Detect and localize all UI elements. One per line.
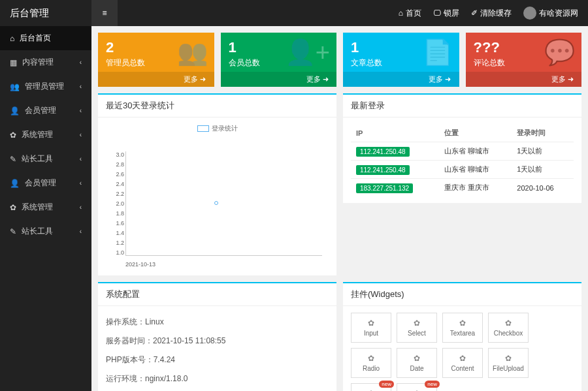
stat-more-link[interactable]: 更多 ➜ — [466, 72, 582, 87]
login-table: IP 位置 登录时间 112.241.250.48山东省 聊城市1天以前112.… — [351, 124, 574, 196]
avatar-icon — [523, 7, 536, 20]
stat-box-1: 1会员总数👤+更多 ➜ — [221, 33, 337, 87]
sidebar-item-3[interactable]: 👤会员管理‹ — [0, 99, 91, 123]
stats-row: 2管理员总数👥更多 ➜1会员总数👤+更多 ➜1文章总数📄更多 ➜???评论总数💬… — [98, 33, 581, 87]
stat-more-link[interactable]: 更多 ➜ — [98, 72, 214, 87]
brush-icon: ✐ — [471, 8, 478, 18]
col-time: 登录时间 — [512, 124, 574, 142]
top-header: 后台管理 ≡ ⌂首页 🖵锁屏 ✐清除缓存 有啥资源网 — [0, 0, 588, 26]
gear-icon: ✿ — [491, 319, 525, 328]
col-loc: 位置 — [439, 124, 512, 142]
config-title: 系统配置 — [98, 283, 336, 306]
chevron-left-icon: ‹ — [80, 155, 82, 163]
sidebar-item-7[interactable]: ✿系统管理‹ — [0, 195, 91, 219]
widgets-title: 挂件(Widgets) — [343, 283, 581, 306]
chart-x-label: 2021-10-13 — [125, 261, 155, 268]
menu-icon: 👤 — [10, 179, 20, 188]
config-line: 操作系统：Linux — [106, 313, 329, 332]
menu-icon: ✎ — [10, 155, 16, 164]
menu-icon: ✿ — [10, 203, 16, 212]
table-row: 112.241.250.48山东省 聊城市1天以前 — [351, 142, 574, 161]
chart-data-point — [214, 201, 218, 205]
chart-grid — [125, 151, 322, 256]
gear-icon: ✿ — [446, 354, 480, 363]
widget-text[interactable]: ✿Textnew — [351, 383, 391, 391]
table-row: 112.241.250.48山东省 聊城市1天以前 — [351, 161, 574, 179]
new-badge: new — [425, 381, 440, 388]
widgets-panel: 挂件(Widgets) ✿Input✿Select✿Textarea✿Check… — [343, 282, 581, 391]
chart-legend: 登录统计 — [106, 124, 329, 133]
widget-radio[interactable]: ✿Radio — [351, 348, 391, 378]
gear-icon: ✿ — [400, 354, 434, 363]
stat-icon: 👤+ — [285, 38, 330, 67]
chart-panel: 最近30天登录统计 登录统计 3.02.82.62.42.22.01.81.61… — [98, 93, 336, 275]
stat-more-link[interactable]: 更多 ➜ — [343, 72, 459, 87]
chevron-left-icon: ‹ — [80, 228, 82, 235]
chevron-left-icon: ‹ — [80, 107, 82, 114]
col-ip: IP — [351, 124, 439, 142]
menu-icon: ✎ — [10, 227, 16, 236]
ip-badge: 112.241.250.48 — [356, 147, 410, 157]
config-line: PHP版本号：7.4.24 — [106, 351, 329, 369]
nav-home[interactable]: ⌂首页 — [399, 8, 421, 19]
sidebar-item-6[interactable]: 👤会员管理‹ — [0, 171, 91, 195]
nav-user[interactable]: 有啥资源网 — [523, 7, 578, 20]
config-panel: 系统配置 操作系统：Linux服务器时间：2021-10-15 11:08:55… — [98, 282, 336, 391]
home-icon: ⌂ — [399, 8, 403, 18]
gear-icon: ✿ — [354, 319, 388, 328]
sidebar: ⌂后台首页▦内容管理‹👥管理员管理‹👤会员管理‹✿系统管理‹✎站长工具‹👤会员管… — [0, 26, 91, 391]
menu-icon: 👤 — [10, 106, 20, 116]
gear-icon: ✿ — [446, 319, 480, 328]
chevron-left-icon: ‹ — [80, 59, 82, 66]
login-title: 最新登录 — [343, 95, 581, 117]
ip-badge: 112.241.250.48 — [356, 165, 410, 175]
nav-clear-cache[interactable]: ✐清除缓存 — [471, 8, 512, 19]
chevron-left-icon: ‹ — [80, 83, 82, 90]
config-line: 运行环境：nginx/1.18.0 — [106, 369, 329, 388]
stat-icon: 📄 — [422, 38, 453, 67]
stat-more-link[interactable]: 更多 ➜ — [221, 72, 337, 87]
chevron-left-icon: ‹ — [80, 204, 82, 211]
sidebar-item-0[interactable]: ⌂后台首页 — [0, 26, 91, 50]
header-right: ⌂首页 🖵锁屏 ✐清除缓存 有啥资源网 — [399, 7, 588, 20]
config-line: 服务器时间：2021-10-15 11:08:55 — [106, 332, 329, 351]
widget-input[interactable]: ✿Input — [351, 313, 391, 343]
sidebar-item-5[interactable]: ✎站长工具‹ — [0, 147, 91, 171]
login-panel: 最新登录 IP 位置 登录时间 112.241.250.48山东省 聊城市1天以… — [343, 93, 581, 203]
stat-icon: 👥 — [177, 38, 208, 67]
menu-icon: 👥 — [10, 82, 20, 91]
widget-select[interactable]: ✿Select — [397, 313, 437, 343]
chart-title: 最近30天登录统计 — [98, 95, 336, 117]
sidebar-item-1[interactable]: ▦内容管理‹ — [0, 50, 91, 74]
gear-icon: ✿ — [400, 319, 434, 328]
chevron-left-icon: ‹ — [80, 131, 82, 138]
logo: 后台管理 — [0, 7, 91, 20]
new-badge: new — [379, 381, 394, 388]
sidebar-item-4[interactable]: ✿系统管理‹ — [0, 123, 91, 147]
widget-textarea[interactable]: ✿Textarea — [442, 313, 483, 343]
stat-box-2: 1文章总数📄更多 ➜ — [343, 33, 459, 87]
gear-icon: ✿ — [491, 354, 525, 363]
menu-icon: ▦ — [10, 58, 17, 67]
main-content: 2管理员总数👥更多 ➜1会员总数👤+更多 ➜1文章总数📄更多 ➜???评论总数💬… — [91, 26, 588, 391]
widget-switchs[interactable]: ✿Switchsnew — [397, 383, 437, 391]
stat-box-3: ???评论总数💬更多 ➜ — [466, 33, 582, 87]
stat-box-0: 2管理员总数👥更多 ➜ — [98, 33, 214, 87]
sidebar-item-8[interactable]: ✎站长工具‹ — [0, 219, 91, 243]
chevron-left-icon: ‹ — [80, 180, 82, 187]
chart-y-axis: 3.02.82.62.42.22.01.81.61.41.21.0 — [106, 151, 124, 256]
sidebar-toggle[interactable]: ≡ — [91, 0, 118, 26]
widget-fileupload[interactable]: ✿FileUpload — [488, 348, 529, 378]
nav-lock[interactable]: 🖵锁屏 — [433, 8, 459, 19]
sidebar-item-2[interactable]: 👥管理员管理‹ — [0, 74, 91, 99]
menu-icon: ✿ — [10, 131, 16, 140]
widget-checkbox[interactable]: ✿Checkbox — [488, 313, 529, 343]
ip-badge: 183.227.251.132 — [356, 183, 413, 193]
legend-swatch — [197, 125, 209, 132]
config-line: PHP运行方式：fpm-fcgi — [106, 388, 329, 391]
widget-date[interactable]: ✿Date — [397, 348, 437, 378]
stat-icon: 💬 — [544, 38, 575, 67]
menu-icon: ⌂ — [10, 34, 14, 43]
widget-content[interactable]: ✿Content — [442, 348, 483, 378]
chart-area: 3.02.82.62.42.22.01.81.61.41.21.0 2021-1… — [106, 138, 329, 269]
